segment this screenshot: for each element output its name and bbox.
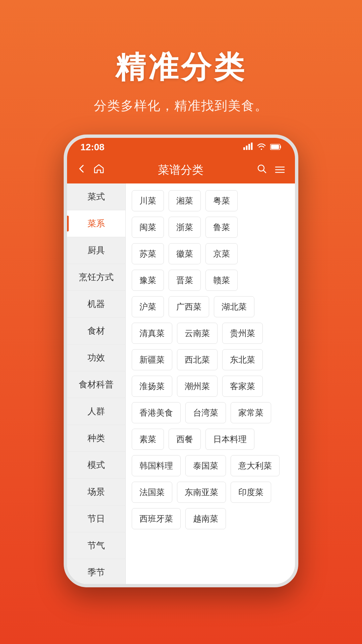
header-left bbox=[77, 163, 105, 177]
cuisine-tag[interactable]: 浙菜 bbox=[169, 217, 201, 238]
tag-row: 素菜西餐日本料理 bbox=[132, 429, 289, 450]
cuisine-tag[interactable]: 潮州菜 bbox=[177, 376, 218, 397]
cuisine-tag[interactable]: 淮扬菜 bbox=[132, 376, 172, 397]
cuisine-tag[interactable]: 徽菜 bbox=[169, 243, 201, 264]
svg-rect-1 bbox=[246, 146, 248, 150]
cuisine-tag[interactable]: 豫菜 bbox=[132, 270, 164, 291]
header-title: 菜谱分类 bbox=[105, 162, 257, 178]
search-button[interactable] bbox=[257, 164, 267, 176]
app-header: 菜谱分类 bbox=[67, 157, 295, 183]
category-sidebar: 菜式菜系厨具烹饪方式机器食材功效食材科普人群种类模式场景节日节气季节器具份量难度 bbox=[67, 183, 126, 584]
sidebar-item[interactable]: 种类 bbox=[67, 425, 125, 452]
sidebar-item[interactable]: 食材科普 bbox=[67, 371, 125, 398]
phone-mockup: 12:08 bbox=[59, 135, 303, 587]
sidebar-item[interactable]: 节日 bbox=[67, 505, 125, 532]
status-time: 12:08 bbox=[80, 142, 243, 153]
svg-rect-2 bbox=[248, 144, 250, 150]
tag-row: 沪菜广西菜湖北菜 bbox=[132, 296, 289, 317]
tag-row: 西班牙菜越南菜 bbox=[132, 508, 289, 529]
tag-row: 淮扬菜潮州菜客家菜 bbox=[132, 376, 289, 397]
cuisine-tag[interactable]: 鲁菜 bbox=[205, 217, 238, 238]
sidebar-item[interactable]: 机器 bbox=[67, 291, 125, 318]
sidebar-item[interactable]: 节气 bbox=[67, 532, 125, 559]
cuisine-tag[interactable]: 贵州菜 bbox=[222, 323, 263, 344]
cuisine-tag[interactable]: 素菜 bbox=[132, 429, 164, 450]
cuisine-tag[interactable]: 意大利菜 bbox=[231, 455, 280, 476]
cuisine-tag[interactable]: 清真菜 bbox=[132, 323, 172, 344]
cuisine-tag[interactable]: 东南亚菜 bbox=[177, 482, 226, 503]
cuisine-tag[interactable]: 印度菜 bbox=[231, 482, 271, 503]
hero-subtitle: 分类多样化，精准找到美食。 bbox=[94, 97, 268, 114]
cuisine-tag[interactable]: 客家菜 bbox=[222, 376, 263, 397]
sidebar-item[interactable]: 菜系 bbox=[67, 210, 125, 237]
sidebar-item[interactable]: 季节 bbox=[67, 559, 125, 584]
sidebar-item[interactable]: 人群 bbox=[67, 398, 125, 425]
home-button[interactable] bbox=[93, 163, 105, 177]
cuisine-tag[interactable]: 新疆菜 bbox=[132, 349, 172, 370]
tag-row: 香港美食台湾菜家常菜 bbox=[132, 402, 289, 423]
tag-row: 新疆菜西北菜东北菜 bbox=[132, 349, 289, 370]
tag-row: 川菜湘菜粤菜 bbox=[132, 190, 289, 211]
cuisine-tag[interactable]: 台湾菜 bbox=[185, 402, 226, 423]
cuisine-tag[interactable]: 西餐 bbox=[169, 429, 201, 450]
cuisine-tag[interactable]: 韩国料理 bbox=[132, 455, 181, 476]
status-icons bbox=[243, 143, 282, 152]
cuisine-tag[interactable]: 晋菜 bbox=[169, 270, 201, 291]
cuisine-tag[interactable]: 云南菜 bbox=[177, 323, 218, 344]
cuisine-tag[interactable]: 西班牙菜 bbox=[132, 508, 181, 529]
cuisine-tag[interactable]: 沪菜 bbox=[132, 296, 164, 317]
cuisine-tag[interactable]: 泰国菜 bbox=[185, 455, 226, 476]
phone-frame: 12:08 bbox=[64, 135, 298, 587]
svg-rect-5 bbox=[271, 145, 279, 149]
tag-row: 闽菜浙菜鲁菜 bbox=[132, 217, 289, 238]
sidebar-item[interactable]: 场景 bbox=[67, 479, 125, 505]
cuisine-tag[interactable]: 广西菜 bbox=[169, 296, 209, 317]
tag-row: 韩国料理泰国菜意大利菜 bbox=[132, 455, 289, 476]
wifi-icon bbox=[257, 143, 266, 152]
signal-icon bbox=[243, 143, 253, 152]
cuisine-tag[interactable]: 香港美食 bbox=[132, 402, 181, 423]
tag-row: 清真菜云南菜贵州菜 bbox=[132, 323, 289, 344]
svg-rect-3 bbox=[251, 143, 253, 150]
tag-row: 豫菜晋菜赣菜 bbox=[132, 270, 289, 291]
cuisine-tag[interactable]: 法国菜 bbox=[132, 482, 172, 503]
tag-area: 川菜湘菜粤菜闽菜浙菜鲁菜苏菜徽菜京菜豫菜晋菜赣菜沪菜广西菜湖北菜清真菜云南菜贵州… bbox=[126, 183, 295, 584]
hero-title: 精准分类 bbox=[115, 47, 247, 88]
cuisine-tag[interactable]: 粤菜 bbox=[205, 190, 238, 211]
cuisine-tag[interactable]: 东北菜 bbox=[222, 349, 263, 370]
cuisine-tag[interactable]: 京菜 bbox=[205, 243, 238, 264]
tag-row: 苏菜徽菜京菜 bbox=[132, 243, 289, 264]
battery-icon bbox=[270, 143, 282, 152]
back-button[interactable] bbox=[77, 163, 86, 177]
cuisine-tag[interactable]: 日本料理 bbox=[205, 429, 254, 450]
cuisine-tag[interactable]: 川菜 bbox=[132, 190, 164, 211]
status-bar: 12:08 bbox=[67, 138, 295, 157]
cuisine-tag[interactable]: 家常菜 bbox=[231, 402, 271, 423]
sidebar-item[interactable]: 厨具 bbox=[67, 237, 125, 264]
cuisine-tag[interactable]: 闽菜 bbox=[132, 217, 164, 238]
tag-row: 法国菜东南亚菜印度菜 bbox=[132, 482, 289, 503]
cuisine-tag[interactable]: 西北菜 bbox=[177, 349, 218, 370]
sidebar-item[interactable]: 菜式 bbox=[67, 183, 125, 210]
content-area: 菜式菜系厨具烹饪方式机器食材功效食材科普人群种类模式场景节日节气季节器具份量难度… bbox=[67, 183, 295, 584]
cuisine-tag[interactable]: 苏菜 bbox=[132, 243, 164, 264]
sidebar-item[interactable]: 功效 bbox=[67, 344, 125, 371]
header-right bbox=[257, 164, 285, 176]
cuisine-tag[interactable]: 湖北菜 bbox=[214, 296, 254, 317]
cuisine-tag[interactable]: 赣菜 bbox=[205, 270, 238, 291]
menu-button[interactable] bbox=[275, 164, 285, 176]
sidebar-item[interactable]: 食材 bbox=[67, 318, 125, 344]
cuisine-tag[interactable]: 越南菜 bbox=[185, 508, 226, 529]
sidebar-item[interactable]: 模式 bbox=[67, 452, 125, 479]
sidebar-item[interactable]: 烹饪方式 bbox=[67, 264, 125, 291]
svg-rect-0 bbox=[243, 147, 245, 150]
hero-section: 精准分类 分类多样化，精准找到美食。 bbox=[0, 0, 362, 135]
cuisine-tag[interactable]: 湘菜 bbox=[169, 190, 201, 211]
